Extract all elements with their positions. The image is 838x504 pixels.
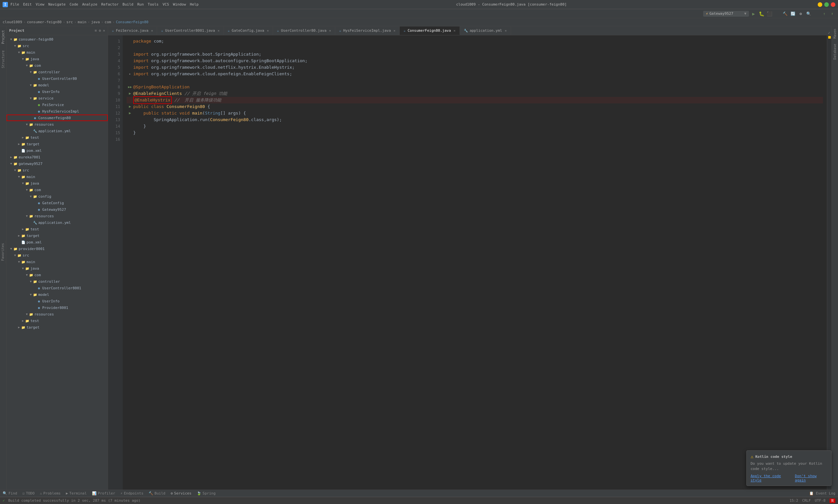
- tree-item-userinfo[interactable]: ▶ ● UserInfo: [6, 88, 108, 95]
- tree-item-p-test[interactable]: ▶ 📁 test: [6, 318, 108, 324]
- tree-item-p-main[interactable]: ▼ 📁 main: [6, 258, 108, 265]
- collapse-all-icon[interactable]: ≡: [95, 29, 97, 33]
- terminal-tab[interactable]: ▶ Terminal: [66, 491, 87, 496]
- menu-run[interactable]: Run: [137, 2, 144, 6]
- profiler-tab[interactable]: 📊 Profiler: [92, 491, 115, 496]
- tab-feiservice[interactable]: ☕ FeiService.java ✕: [108, 26, 157, 35]
- line-ending[interactable]: CRLF: [802, 499, 811, 503]
- tab-hysfei[interactable]: ☕ HysFeiServiceImpl.java ✕: [335, 26, 400, 35]
- tree-item-hysfeiserviceimpl[interactable]: ▶ ● HysFeiServiceImpl: [6, 108, 108, 114]
- breadcrumb-module[interactable]: consumer-feign80: [27, 20, 61, 24]
- tree-item-eureka7001[interactable]: ▶ 📁 eureka7001: [6, 154, 108, 160]
- tree-item-test[interactable]: ▶ 📁 test: [6, 134, 108, 141]
- tree-item-gw-src[interactable]: ▼ 📁 src: [6, 167, 108, 174]
- sync-button[interactable]: 🔄: [789, 11, 796, 17]
- favorites-tab[interactable]: Favorites: [0, 240, 5, 264]
- maven-tab[interactable]: Maven: [833, 26, 837, 41]
- menu-help[interactable]: Help: [190, 2, 199, 6]
- breadcrumb-src[interactable]: src: [67, 20, 73, 24]
- tree-item-model[interactable]: ▼ 📁 model: [6, 82, 108, 88]
- tab-usercontroller8001[interactable]: ☕ UserController8001.java ✕: [157, 26, 224, 35]
- menu-analyze[interactable]: Analyze: [82, 2, 97, 6]
- tree-item-p-src[interactable]: ▼ 📁 src: [6, 252, 108, 258]
- tree-item-feiservice[interactable]: ▶ ● FeiService: [6, 102, 108, 108]
- event-log-icon[interactable]: 📋 Event Log: [809, 491, 835, 496]
- breadcrumb-java[interactable]: java: [91, 20, 100, 24]
- tree-item-provider8001-class[interactable]: ▶ ● Provider8001: [6, 304, 108, 311]
- run-icon-8[interactable]: ▶▶: [127, 84, 133, 90]
- problems-tab[interactable]: ⚠ Problems: [40, 491, 61, 496]
- tree-item-consumer-feign80[interactable]: ▼ 📁 consumer-feign80: [6, 36, 108, 42]
- tree-item-p-resources[interactable]: ▼ 📁 resources: [6, 311, 108, 318]
- spring-tab[interactable]: 🍃 Spring: [197, 491, 216, 496]
- tab-usercontroller80[interactable]: ☕ UserController80.java ✕: [273, 26, 335, 35]
- recent-files-icon[interactable]: ✓: [828, 31, 830, 35]
- menu-build[interactable]: Build: [122, 2, 133, 6]
- tree-item-gateway9527-class[interactable]: ▶ ● Gateway9527: [6, 206, 108, 213]
- tab-gateconfig-close[interactable]: ✕: [267, 29, 269, 32]
- tree-item-gw-com[interactable]: ▼ 📁 com: [6, 186, 108, 193]
- tree-item-gw-target[interactable]: ▶ 📁 target: [6, 232, 108, 239]
- close-button[interactable]: [831, 2, 835, 7]
- menu-vcs[interactable]: VCS: [162, 2, 169, 6]
- tab-usercontroller80-close[interactable]: ✕: [329, 29, 331, 32]
- services-tab[interactable]: ⚙ Services: [171, 491, 192, 496]
- tree-item-service[interactable]: ▼ 📁 service: [6, 95, 108, 102]
- tree-item-p-java[interactable]: ▼ 📁 java: [6, 265, 108, 272]
- tree-item-java[interactable]: ▼ 📁 java: [6, 56, 108, 62]
- menu-code[interactable]: Code: [69, 2, 78, 6]
- lang-indicator[interactable]: 英: [830, 499, 835, 503]
- tab-usercontroller8001-close[interactable]: ✕: [218, 29, 220, 32]
- find-tab[interactable]: 🔍 Find: [3, 491, 17, 496]
- breadcrumb-main[interactable]: main: [77, 20, 86, 24]
- run-config-selector[interactable]: ⚡ Gateway9527 ▼: [703, 11, 749, 17]
- menu-view[interactable]: View: [36, 2, 44, 6]
- tree-item-p-model[interactable]: ▼ 📁 model: [6, 291, 108, 298]
- menu-edit[interactable]: Edit: [23, 2, 32, 6]
- build-tab[interactable]: 🔨 Build: [149, 491, 165, 496]
- tree-item-com[interactable]: ▼ 📁 com: [6, 62, 108, 69]
- code-editor[interactable]: 1 2 3 4 5 6 7 8 9 10 11 12 13 14 15 16: [108, 35, 832, 490]
- dont-show-again-link[interactable]: Don't show again: [795, 474, 827, 482]
- tree-item-usercontroller8001[interactable]: ▶ ● UserController8001: [6, 285, 108, 291]
- build-button[interactable]: 🔨: [782, 11, 788, 17]
- breadcrumb-cloud[interactable]: cloud1009: [3, 20, 22, 24]
- menu-refactor[interactable]: Refactor: [101, 2, 119, 6]
- tree-item-gw-test[interactable]: ▶ 📁 test: [6, 226, 108, 232]
- panel-header-icons[interactable]: ≡ ⚙ ✕: [95, 29, 105, 33]
- project-tab[interactable]: Project: [1, 28, 5, 47]
- tab-consumerfeign80[interactable]: ☕ ConsumerFeign80.java ✕: [400, 26, 460, 35]
- tree-item-gateconfig[interactable]: ▶ ● GateConfig: [6, 200, 108, 206]
- settings-icon[interactable]: ⚙: [99, 29, 101, 33]
- code-content[interactable]: package com; import org.springframework.…: [123, 35, 827, 490]
- vcs-push-button[interactable]: ⬆: [829, 11, 835, 17]
- search-button[interactable]: 🔍: [805, 11, 812, 17]
- tree-item-provider8001[interactable]: ▼ 📁 provider8001: [6, 246, 108, 252]
- restore-button[interactable]: [824, 2, 829, 7]
- window-controls[interactable]: [818, 2, 835, 7]
- tree-item-p-target[interactable]: ▶ 📁 target: [6, 324, 108, 330]
- settings-button[interactable]: ⚙: [798, 11, 804, 17]
- breadcrumb-com[interactable]: com: [105, 20, 111, 24]
- breadcrumb-current[interactable]: ConsumerFeign80: [116, 20, 148, 24]
- tree-item-src[interactable]: ▼ 📁 src: [6, 42, 108, 49]
- menu-navigate[interactable]: Navigate: [49, 2, 66, 6]
- menu-window[interactable]: Window: [173, 2, 186, 6]
- endpoints-tab[interactable]: ⚡ Endpoints: [121, 491, 143, 496]
- close-panel-icon[interactable]: ✕: [103, 29, 105, 33]
- tree-item-gw-application-yml[interactable]: ▶ 🔧 application.yml: [6, 219, 108, 226]
- todo-tab[interactable]: ☑ TODO: [22, 491, 35, 496]
- tab-hysfei-close[interactable]: ✕: [393, 29, 395, 32]
- tree-item-usercontroller80[interactable]: ▶ ● UserController80: [6, 75, 108, 82]
- tree-item-resources[interactable]: ▼ 📁 resources: [6, 121, 108, 128]
- tree-item-gw-main[interactable]: ▼ 📁 main: [6, 174, 108, 180]
- tree-item-consumerfeign80[interactable]: ▶ ● ConsumerFeign80: [6, 114, 108, 121]
- database-tab[interactable]: Database: [833, 41, 837, 62]
- vcs-update-button[interactable]: ↑: [821, 11, 827, 17]
- tree-item-gw-pom[interactable]: ▶ 📄 pom.xml: [6, 239, 108, 246]
- run-icon-12[interactable]: ▶: [127, 110, 133, 116]
- tree-item-gw-java[interactable]: ▼ 📁 java: [6, 180, 108, 186]
- tree-item-p-com[interactable]: ▼ 📁 com: [6, 272, 108, 278]
- menu-tools[interactable]: Tools: [148, 2, 158, 6]
- run-icon-11[interactable]: ▶: [127, 104, 133, 110]
